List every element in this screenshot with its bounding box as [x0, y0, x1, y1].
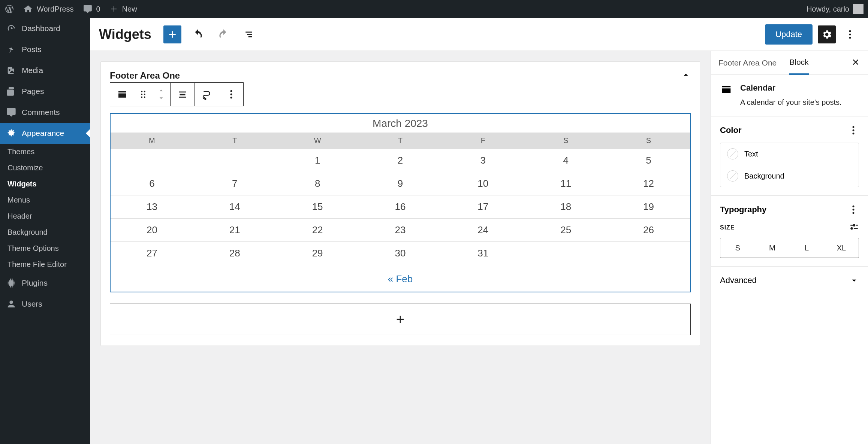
drag-handle[interactable] [134, 83, 152, 106]
sidebar-item-users[interactable]: Users [0, 294, 90, 314]
size-label: Size [720, 224, 735, 231]
svg-point-9 [230, 90, 232, 92]
typography-panel-title: Typography [720, 205, 766, 215]
sidebar-item-appearance[interactable]: Appearance [0, 123, 90, 144]
weekday-header: T [193, 133, 276, 149]
move-up-button[interactable] [152, 87, 170, 94]
calendar-day: 27 [111, 242, 193, 265]
submenu-theme-options[interactable]: Theme Options [0, 240, 90, 256]
svg-point-3 [141, 91, 142, 92]
calendar-day [607, 242, 690, 265]
svg-point-2 [849, 37, 851, 39]
calendar-block[interactable]: March 2023 MTWTFSS 123456789101112131415… [110, 113, 691, 292]
size-option[interactable]: L [790, 238, 824, 258]
editor-header: Widgets Update [90, 18, 868, 51]
new-content-link[interactable]: New [109, 4, 137, 13]
sidebar-item-pages[interactable]: Pages [0, 81, 90, 102]
add-block-appender[interactable] [110, 304, 691, 335]
move-down-button[interactable] [152, 94, 170, 102]
size-option[interactable]: S [720, 238, 755, 258]
collapse-button[interactable] [681, 70, 691, 81]
block-title: Calendar [740, 83, 842, 93]
color-text-button[interactable]: Text [720, 143, 859, 165]
calendar-day: 19 [607, 195, 690, 219]
comments-icon [6, 107, 16, 118]
color-panel-title: Color [720, 125, 741, 135]
svg-point-15 [853, 206, 855, 207]
calendar-day: 18 [524, 195, 607, 219]
site-name-link[interactable]: WordPress [23, 4, 74, 14]
undo-button[interactable] [189, 25, 207, 43]
advanced-panel-toggle[interactable]: Advanced [711, 267, 868, 294]
comments-link[interactable]: 0 [83, 4, 100, 14]
svg-point-1 [849, 33, 851, 35]
sidebar-item-dashboard[interactable]: Dashboard [0, 18, 90, 39]
align-button[interactable] [171, 83, 195, 106]
move-to-icon [201, 89, 213, 100]
calendar-day: 1 [276, 149, 359, 172]
my-account-link[interactable]: Howdy, carlo [807, 4, 864, 14]
wp-logo[interactable] [4, 4, 14, 14]
sliders-icon[interactable] [849, 222, 859, 233]
submenu-menus[interactable]: Menus [0, 192, 90, 208]
submenu-themes[interactable]: Themes [0, 144, 90, 160]
editor-canvas: Footer Area One [90, 51, 711, 444]
align-icon [177, 89, 188, 100]
calendar-day: 29 [276, 242, 359, 265]
pin-icon [6, 44, 16, 55]
settings-button[interactable] [818, 25, 836, 43]
calendar-day: 15 [276, 195, 359, 219]
sidebar-item-media[interactable]: Media [0, 60, 90, 81]
chevron-down-icon [157, 94, 165, 102]
svg-point-6 [144, 94, 145, 95]
options-button[interactable] [841, 25, 859, 43]
typography-options-button[interactable] [848, 204, 859, 215]
move-to-button[interactable] [195, 83, 219, 106]
sidebar-item-plugins[interactable]: Plugins [0, 273, 90, 294]
inspector-panel: Footer Area One Block Calendar A calenda… [711, 51, 868, 444]
sidebar-item-posts[interactable]: Posts [0, 39, 90, 60]
calendar-day: 8 [276, 172, 359, 195]
swatch-none-icon [727, 170, 738, 182]
size-option[interactable]: M [755, 238, 789, 258]
svg-point-13 [853, 130, 855, 131]
chevron-up-icon [681, 70, 691, 80]
appearance-icon [6, 128, 16, 139]
color-options-button[interactable] [848, 125, 859, 136]
size-options: SMLXL [720, 238, 859, 258]
close-inspector-button[interactable] [851, 57, 861, 68]
block-options-button[interactable] [219, 83, 243, 106]
submenu-background[interactable]: Background [0, 224, 90, 240]
tab-widget-area[interactable]: Footer Area One [718, 52, 777, 74]
tab-block[interactable]: Block [789, 51, 808, 75]
calendar-prev-link[interactable]: « Feb [388, 273, 413, 285]
users-icon [6, 299, 16, 309]
submenu-widgets[interactable]: Widgets [0, 176, 90, 192]
submenu-header[interactable]: Header [0, 208, 90, 224]
svg-point-8 [144, 97, 145, 98]
submenu-theme-file-editor[interactable]: Theme File Editor [0, 256, 90, 273]
plugins-icon [6, 278, 16, 288]
redo-button[interactable] [214, 25, 232, 43]
drag-icon [138, 89, 149, 100]
admin-sidebar: Dashboard Posts Media Pages Comments App… [0, 18, 90, 444]
list-view-button[interactable] [240, 25, 258, 43]
submenu-customize[interactable]: Customize [0, 160, 90, 176]
comment-icon [83, 4, 93, 14]
update-button[interactable]: Update [765, 24, 813, 45]
size-option[interactable]: XL [824, 238, 859, 258]
color-background-button[interactable]: Background [720, 165, 859, 187]
svg-point-5 [141, 94, 142, 95]
svg-point-11 [230, 97, 232, 98]
svg-point-7 [141, 97, 142, 98]
svg-point-14 [853, 133, 855, 134]
calendar-day: 10 [441, 172, 524, 195]
calendar-day: 6 [111, 172, 193, 195]
sidebar-item-comments[interactable]: Comments [0, 102, 90, 123]
calendar-day: 3 [441, 149, 524, 172]
add-block-button[interactable] [163, 25, 181, 43]
calendar-day: 23 [359, 219, 442, 242]
calendar-day: 5 [607, 149, 690, 172]
block-type-button[interactable] [110, 83, 134, 106]
media-icon [6, 65, 16, 76]
